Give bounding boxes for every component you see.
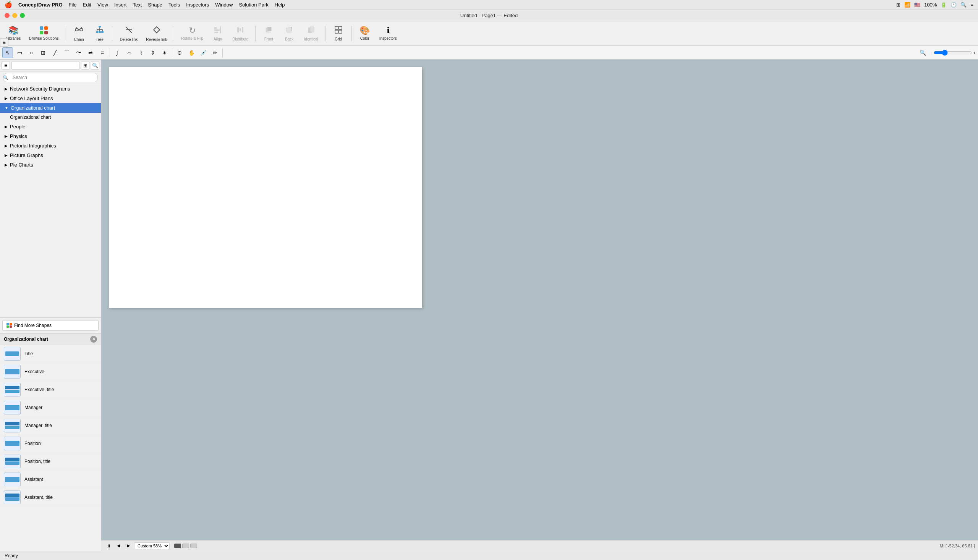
shape-item-title[interactable]: Title: [0, 345, 101, 363]
delete-link-button[interactable]: Delete link: [117, 24, 141, 43]
reverse-link-button[interactable]: Reverse link: [143, 24, 170, 43]
shape-item-executive-title[interactable]: Executive, title: [0, 381, 101, 399]
lasso-tool[interactable]: ⊙: [174, 47, 185, 58]
toolbar-separator-5: [325, 26, 325, 41]
inspectors-button[interactable]: ℹ Inspectors: [376, 25, 400, 42]
sidebar-label-physics: Physics: [10, 133, 27, 139]
sidebar-item-network-security[interactable]: ▶ Network Security Diagrams: [0, 84, 101, 93]
tree-button[interactable]: Tree: [90, 24, 109, 43]
shape-label-manager-title: Manager, title: [25, 423, 52, 428]
sidebar-item-physics[interactable]: ▶ Physics: [0, 132, 101, 141]
zoom-select[interactable]: Custom 58% 25% 50% 75% 100% 150% 200%: [134, 542, 170, 549]
menu-edit[interactable]: Edit: [83, 2, 91, 8]
shape-thumb-manager-title: [4, 419, 21, 432]
chain-button[interactable]: Chain: [70, 24, 88, 43]
eyedrop-tool[interactable]: 💉: [198, 47, 208, 58]
curve-tool[interactable]: ⌒: [62, 47, 72, 58]
pan-tool[interactable]: ✋: [186, 47, 197, 58]
shape-item-assistant[interactable]: Assistant: [0, 471, 101, 488]
sidebar-item-pie-charts[interactable]: ▶ Pie Charts: [0, 160, 101, 170]
apple-menu[interactable]: 🍎: [5, 1, 12, 8]
front-icon: [264, 26, 273, 35]
close-button[interactable]: [5, 13, 10, 18]
shape-thumb-manager: [4, 401, 21, 415]
shape-item-executive[interactable]: Executive: [0, 363, 101, 381]
tree-label: Tree: [96, 37, 103, 42]
search-icon[interactable]: 🔍: [960, 2, 966, 8]
sidebar-item-people[interactable]: ▶ People: [0, 122, 101, 132]
menu-tools[interactable]: Tools: [168, 2, 180, 8]
rotate-flip-button[interactable]: ↻ Rotate & Flip: [178, 25, 206, 42]
ellipse-tool[interactable]: ○: [26, 47, 37, 58]
sidebar-filter-input[interactable]: [12, 61, 80, 70]
sidebar-item-org-charts[interactable]: ▼ Organizational chart: [0, 103, 101, 113]
grid-button[interactable]: Grid: [329, 24, 348, 43]
select-tool[interactable]: ↖: [2, 47, 13, 58]
menu-shape[interactable]: Shape: [148, 2, 162, 8]
shape-item-assistant-title[interactable]: Assistant, title: [0, 488, 101, 507]
control-center-icon[interactable]: ≡: [970, 2, 973, 8]
page-indicator-1[interactable]: [174, 543, 181, 548]
menu-solution-park[interactable]: Solution Park: [239, 2, 268, 8]
shape-item-position[interactable]: Position: [0, 435, 101, 453]
identical-button[interactable]: Identical: [301, 24, 321, 43]
maximize-button[interactable]: [20, 13, 25, 18]
zoom-slider[interactable]: [934, 50, 972, 56]
color-label: Color: [360, 36, 370, 40]
connector-tool[interactable]: ⇌: [85, 47, 96, 58]
sidebar-toggle[interactable]: ≡: [0, 38, 8, 47]
library-list: ▶ Network Security Diagrams ▶ Office Lay…: [0, 84, 101, 317]
back-icon: [285, 26, 293, 35]
menu-help[interactable]: Help: [275, 2, 285, 8]
sidebar-item-org-chart[interactable]: Organizational chart: [0, 113, 101, 122]
app-switcher-icon[interactable]: ⊞: [896, 2, 900, 8]
browse-solutions-button[interactable]: Browse Solutions: [26, 25, 62, 42]
back-label: Back: [285, 37, 293, 41]
next-page-button[interactable]: ▶: [124, 542, 133, 550]
menu-insert[interactable]: Insert: [114, 2, 127, 8]
distribute-button[interactable]: Distribute: [229, 24, 252, 43]
multiline-tool[interactable]: ≡: [97, 47, 108, 58]
menu-window[interactable]: Window: [215, 2, 233, 8]
sidebar-search-button[interactable]: 🔍: [91, 61, 99, 70]
sidebar-item-picture-graphs[interactable]: ▶ Picture Graphs: [0, 150, 101, 160]
line-tool[interactable]: ╱: [50, 47, 60, 58]
arc-tool[interactable]: ⌓: [124, 47, 135, 58]
sidebar-item-office-layout[interactable]: ▶ Office Layout Plans: [0, 93, 101, 103]
rect-tool[interactable]: ▭: [14, 47, 25, 58]
star-tool[interactable]: ✶: [159, 47, 170, 58]
minimize-button[interactable]: [12, 13, 17, 18]
menu-inspectors[interactable]: Inspectors: [186, 2, 209, 8]
find-more-shapes-button[interactable]: Find More Shapes: [2, 320, 98, 331]
page-indicator-3[interactable]: [190, 543, 197, 548]
zoom-out-button[interactable]: 🔍: [917, 47, 928, 58]
back-button[interactable]: Back: [280, 24, 298, 43]
pencil-tool[interactable]: ✏: [210, 47, 220, 58]
front-button[interactable]: Front: [259, 24, 278, 43]
menu-text[interactable]: Text: [133, 2, 142, 8]
menu-file[interactable]: File: [69, 2, 77, 8]
canvas-scroll[interactable]: [101, 60, 978, 540]
bezier-tool[interactable]: ∫: [112, 47, 123, 58]
shape-item-position-title[interactable]: Position, title: [0, 453, 101, 471]
page-indicator-2[interactable]: [182, 543, 189, 548]
pause-button[interactable]: ⏸: [104, 542, 113, 550]
sidebar-label-pie-charts: Pie Charts: [10, 162, 33, 168]
wifi-icon: 📶: [904, 2, 910, 8]
color-button[interactable]: 🎨 Color: [356, 25, 374, 42]
sidebar-menu-button[interactable]: ≡: [2, 61, 10, 70]
prev-page-button[interactable]: ◀: [114, 542, 123, 550]
sidebar-item-pictorial[interactable]: ▶ Pictorial Infographics: [0, 141, 101, 150]
table-tool[interactable]: ⊞: [38, 47, 48, 58]
arrow-tool[interactable]: ⇕: [147, 47, 158, 58]
search-input[interactable]: [3, 73, 98, 82]
close-panel-button[interactable]: ✕: [90, 336, 97, 343]
battery-level: 100%: [924, 2, 937, 8]
sidebar-grid-view-button[interactable]: ⊞: [81, 61, 89, 70]
freehand-tool[interactable]: 〜: [73, 47, 84, 58]
menu-view[interactable]: View: [97, 2, 108, 8]
shape-item-manager-title[interactable]: Manager, title: [0, 417, 101, 435]
shape-item-manager[interactable]: Manager: [0, 399, 101, 417]
align-button[interactable]: Align: [208, 24, 227, 43]
polyline-tool[interactable]: ⌇: [136, 47, 146, 58]
